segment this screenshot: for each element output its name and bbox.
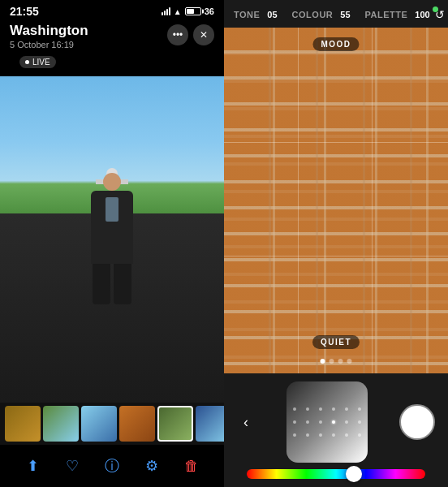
person-body	[91, 191, 133, 264]
heart-icon: ♡	[66, 457, 79, 475]
picker-dot-15[interactable]	[319, 433, 322, 437]
live-badge-container: LIVE	[0, 53, 224, 76]
indicator-dots	[321, 359, 352, 364]
colour-label: COLOUR	[292, 10, 334, 19]
picker-dot-7[interactable]	[293, 420, 296, 424]
brick-mortar-lines	[224, 28, 448, 373]
heart-button[interactable]: ♡	[58, 451, 87, 481]
info-button[interactable]: ⓘ	[97, 451, 127, 481]
dot-1[interactable]	[321, 359, 325, 364]
status-bar: 21:55 ▲ 36	[0, 0, 224, 21]
hue-thumb[interactable]	[346, 466, 362, 482]
thumb-2[interactable]	[43, 406, 79, 442]
bottom-toolbar: ⬆ ♡ ⓘ ⚙ 🗑	[0, 445, 224, 487]
delete-button[interactable]: 🗑	[177, 451, 206, 481]
wifi-icon: ▲	[174, 7, 182, 16]
picker-dot-18[interactable]	[358, 433, 361, 437]
gradient-picker[interactable]	[286, 381, 368, 463]
dot-3[interactable]	[338, 359, 343, 364]
delete-icon: 🗑	[184, 458, 199, 475]
tone-value: 05	[267, 10, 277, 19]
left-panel: 21:55 ▲ 36 Washington 5 October 16:19 ••…	[0, 0, 224, 487]
picker-dot-3[interactable]	[319, 407, 322, 411]
picker-dot-13[interactable]	[293, 433, 296, 437]
brick-photo: MOOD QUIET	[224, 28, 448, 373]
thumb-3[interactable]	[81, 406, 117, 442]
signal-icon	[162, 7, 170, 15]
crop-line-v2	[372, 28, 373, 373]
live-label: LIVE	[32, 58, 50, 67]
picker-dot-4[interactable]	[332, 407, 335, 411]
status-icons: ▲ 36	[162, 6, 214, 16]
photo-header: Washington 5 October 16:19 ••• ✕	[0, 21, 224, 53]
person-head	[103, 173, 121, 191]
picker-dot-14[interactable]	[306, 433, 309, 437]
person-left-leg	[93, 264, 110, 304]
picker-dot-8[interactable]	[306, 420, 309, 424]
person-legs	[93, 264, 131, 304]
battery-icon	[185, 7, 201, 15]
picker-dot-5[interactable]	[345, 407, 348, 411]
picker-grid	[286, 399, 368, 446]
battery-label: 36	[205, 6, 214, 16]
dot-2[interactable]	[330, 359, 334, 364]
person-right-leg	[114, 264, 131, 304]
more-icon: •••	[173, 29, 183, 41]
photo-date: 5 October 16:19	[10, 40, 88, 50]
live-badge[interactable]: LIVE	[19, 56, 56, 68]
mood-badge: MOOD	[312, 37, 359, 51]
adjust-icon: ⚙	[145, 457, 158, 475]
thumb-6[interactable]	[196, 406, 224, 442]
palette-label: PALETTE	[365, 10, 408, 19]
person-subject	[91, 173, 133, 304]
back-button[interactable]: ‹	[237, 411, 255, 434]
main-photo	[0, 76, 224, 403]
crop-line-v1	[298, 28, 299, 373]
chevron-left-icon: ‹	[243, 414, 248, 430]
picker-dot-12[interactable]	[358, 420, 361, 424]
brick-grid: MOOD QUIET	[224, 28, 448, 373]
shutter-button[interactable]	[399, 404, 435, 440]
photo-title: Washington	[10, 23, 88, 39]
shirt-detail	[106, 197, 118, 222]
quiet-badge: QUIET	[312, 335, 360, 349]
photo-info: Washington 5 October 16:19	[10, 23, 88, 50]
picker-dot-6[interactable]	[358, 407, 361, 411]
info-icon: ⓘ	[105, 456, 119, 476]
status-time: 21:55	[10, 5, 39, 18]
palette-value: 100	[415, 10, 429, 19]
picker-dot-2[interactable]	[306, 407, 309, 411]
editor-header: TONE 05 COLOUR 55 PALETTE 100 ↺	[224, 0, 448, 28]
picker-dot-1[interactable]	[293, 407, 296, 411]
close-button[interactable]: ✕	[193, 24, 214, 45]
dot-4[interactable]	[347, 359, 352, 364]
thumb-4[interactable]	[119, 406, 155, 442]
thumb-1[interactable]	[5, 406, 41, 442]
picker-dot-9[interactable]	[319, 420, 322, 424]
close-icon: ✕	[200, 29, 208, 41]
more-button[interactable]: •••	[167, 24, 188, 45]
battery-fill	[187, 9, 195, 14]
photo-background	[0, 76, 224, 403]
crop-line-h1	[224, 142, 448, 143]
green-status-dot	[433, 6, 438, 12]
hue-slider[interactable]	[247, 469, 425, 479]
tone-label: TONE	[234, 10, 260, 19]
editor-controls-row: ‹	[234, 381, 438, 463]
colour-value: 55	[340, 10, 350, 19]
picker-dot-17[interactable]	[345, 433, 348, 437]
editor-bottom: ‹	[224, 373, 448, 487]
share-icon: ⬆	[27, 457, 39, 475]
adjust-button[interactable]: ⚙	[137, 451, 166, 481]
share-button[interactable]: ⬆	[18, 451, 47, 481]
picker-dot-11[interactable]	[345, 420, 348, 424]
live-dot	[25, 60, 29, 64]
thumbnail-strip	[0, 403, 224, 445]
header-buttons: ••• ✕	[167, 24, 214, 45]
right-panel: TONE 05 COLOUR 55 PALETTE 100 ↺ MOOD QUI…	[224, 0, 448, 487]
picker-dot-16[interactable]	[332, 433, 335, 437]
picker-dot-selected[interactable]	[332, 420, 335, 424]
crop-line-h2	[224, 256, 448, 256]
thumb-5[interactable]	[157, 406, 193, 442]
